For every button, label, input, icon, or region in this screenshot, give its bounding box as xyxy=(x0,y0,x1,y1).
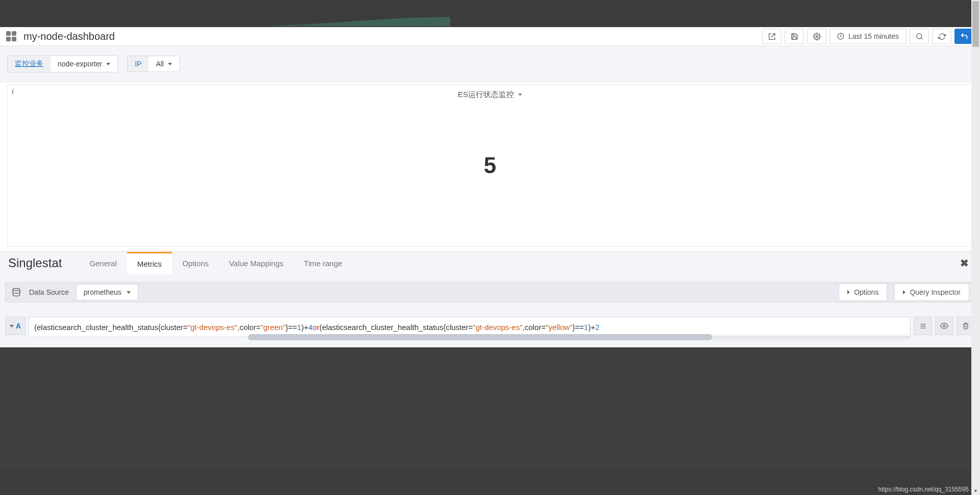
datasource-label: Data Source xyxy=(29,288,69,296)
singlestat-value: 5 xyxy=(484,153,496,178)
refresh-button[interactable] xyxy=(932,29,951,44)
zoom-out-button[interactable] xyxy=(910,29,929,44)
svg-marker-0 xyxy=(266,17,450,26)
query-inspector-toggle[interactable]: Query Inspector xyxy=(894,284,969,301)
query-row-toggle[interactable]: A xyxy=(5,317,26,335)
query-horizontal-scrollbar[interactable] xyxy=(248,334,911,340)
page-vertical-scrollbar[interactable]: ▲ ▼ xyxy=(971,0,980,495)
dashboard-grid-icon[interactable] xyxy=(6,31,16,41)
tab-value-mappings[interactable]: Value Mappings xyxy=(219,253,293,274)
database-icon xyxy=(11,287,22,298)
caret-down-icon xyxy=(127,291,131,294)
variable-group-1: 监控业务 node-exporter xyxy=(7,55,118,73)
query-options-toggle[interactable]: Options xyxy=(839,284,887,301)
svg-point-3 xyxy=(916,33,921,38)
browser-chrome-band xyxy=(0,0,980,27)
editor-tabs: Singlestat General Metrics Options Value… xyxy=(0,251,980,275)
query-row: A (elasticsearch_cluster_health_status{c… xyxy=(5,317,975,337)
tab-metrics[interactable]: Metrics xyxy=(127,252,172,274)
caret-down-icon xyxy=(10,325,14,327)
query-row-actions xyxy=(914,317,975,335)
panel-area: i ES运行状态监控 5 xyxy=(0,82,980,251)
panel-title: ES运行状态监控 xyxy=(458,90,514,100)
datasource-picker[interactable]: prometheus xyxy=(76,284,138,300)
dashboard-header: my-node-dashboard Last 15 minutes xyxy=(0,27,980,46)
svg-point-5 xyxy=(13,289,20,291)
time-range-label: Last 15 minutes xyxy=(848,32,899,40)
share-button[interactable] xyxy=(762,29,781,44)
query-menu-button[interactable] xyxy=(914,317,932,335)
editor-close-button[interactable]: ✖ xyxy=(957,254,972,272)
svg-line-4 xyxy=(921,38,922,39)
caret-down-icon xyxy=(106,63,110,65)
template-variable-bar: 监控业务 node-exporter IP All xyxy=(0,46,980,82)
query-letter: A xyxy=(16,322,21,330)
variable-value-2[interactable]: All xyxy=(149,56,179,72)
datasource-row: Data Source prometheus Options Query Ins… xyxy=(5,282,975,302)
clock-icon xyxy=(837,33,844,40)
singlestat-panel[interactable]: i ES运行状态监控 5 xyxy=(7,84,973,247)
settings-button[interactable] xyxy=(807,29,826,44)
variable-group-2: IP All xyxy=(127,56,180,72)
background-chart-hint xyxy=(266,17,450,26)
tab-options[interactable]: Options xyxy=(172,253,219,274)
scrollbar-thumb[interactable] xyxy=(972,1,979,47)
tab-time-range[interactable]: Time range xyxy=(293,253,352,274)
save-button[interactable] xyxy=(785,29,804,44)
scrollbar-down-arrow[interactable]: ▼ xyxy=(971,486,980,495)
panel-info-icon[interactable]: i xyxy=(12,88,14,96)
triangle-right-icon xyxy=(903,290,905,294)
status-bar-url: https://blog.csdn.net/qq_3155595 xyxy=(878,486,969,493)
tab-general[interactable]: General xyxy=(79,253,127,274)
browser-status-bar: https://blog.csdn.net/qq_3155595 xyxy=(0,468,980,495)
time-range-picker[interactable]: Last 15 minutes xyxy=(829,29,906,44)
svg-point-9 xyxy=(943,325,945,327)
variable-label-2[interactable]: IP xyxy=(128,56,149,72)
panel-type-label: Singlestat xyxy=(8,256,62,270)
variable-label-1[interactable]: 监控业务 xyxy=(8,56,51,72)
caret-down-icon xyxy=(518,93,522,96)
query-toggle-visibility-button[interactable] xyxy=(935,317,953,335)
caret-down-icon xyxy=(168,63,172,65)
panel-editor: Singlestat General Metrics Options Value… xyxy=(0,251,980,347)
variable-value-1[interactable]: node-exporter xyxy=(51,56,117,72)
dashboard-title[interactable]: my-node-dashboard xyxy=(23,31,115,42)
triangle-right-icon xyxy=(847,290,850,294)
svg-point-1 xyxy=(816,35,818,37)
panel-title-row[interactable]: ES运行状态监控 xyxy=(8,85,972,100)
